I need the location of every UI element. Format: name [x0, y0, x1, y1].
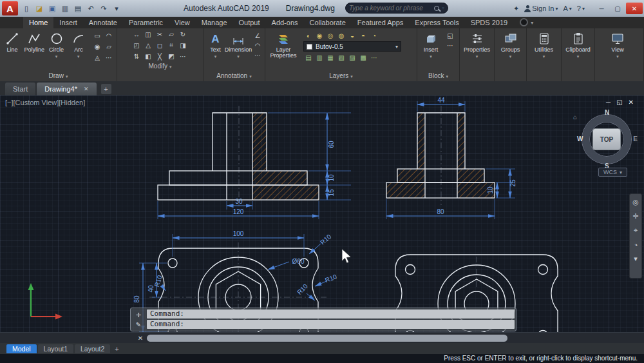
tool-icon[interactable]: ▣ [46, 3, 58, 14]
tool-icon[interactable]: ▯ [21, 3, 32, 14]
tab-view[interactable]: View [169, 17, 196, 28]
tool-icon[interactable]: ∠ [252, 31, 263, 40]
tool-icon[interactable]: ◰ [131, 41, 142, 50]
tool-icon[interactable]: ✛ [133, 311, 144, 319]
tab-express-tools[interactable]: Express Tools [409, 17, 464, 28]
tool-icon[interactable]: ▦ [325, 53, 336, 62]
annotation-panel-label[interactable]: Annotation▾ [204, 72, 265, 81]
tool-icon[interactable]: ▾ [111, 3, 122, 14]
search-caret-icon[interactable]: ▾ [442, 5, 444, 11]
insert-tool[interactable]: Insert ▾ [419, 31, 442, 59]
layer-dropdown[interactable]: Butov-0.5 ▾ [303, 41, 401, 52]
tool-icon[interactable]: ◱ [445, 31, 455, 40]
horizontal-scrollbar-thumb[interactable] [147, 335, 507, 342]
layer-dropdown-caret-icon[interactable]: ▾ [395, 44, 398, 50]
drawing-minimize-icon[interactable]: ─ [606, 99, 611, 106]
command-window-grip[interactable]: ✛✎ [132, 309, 145, 329]
polyline-tool[interactable]: Polyline [24, 31, 44, 53]
tool-icon[interactable]: ◒ [347, 31, 357, 40]
tool-icon[interactable]: ✕ [135, 333, 146, 342]
tool-icon[interactable]: ▾ [631, 255, 640, 263]
add-layout-button[interactable]: + [115, 345, 118, 353]
tool-icon[interactable]: ◩ [166, 52, 176, 61]
tool-icon[interactable]: ✛ [631, 212, 640, 221]
tab-annotate[interactable]: Annotate [83, 17, 123, 28]
viewcube-home-icon[interactable]: ⌂ [573, 113, 577, 121]
line-tool[interactable]: Line [2, 31, 23, 53]
tool-icon[interactable]: ◎ [631, 198, 640, 206]
circle-caret-icon[interactable]: ▾ [55, 54, 58, 59]
tool-icon[interactable]: ◫ [143, 30, 153, 39]
tool-icon[interactable]: ↔ [131, 30, 142, 39]
close-button[interactable]: ✕ [626, 3, 643, 14]
tool-icon[interactable]: ◐ [303, 31, 314, 40]
properties-button[interactable]: Properties ▾ [462, 31, 492, 59]
drawing-restore-icon[interactable]: ◱ [616, 99, 622, 106]
dimension-tool[interactable]: Dimension ▾ [227, 31, 250, 59]
tab-manage[interactable]: Manage [196, 17, 233, 28]
text-tool[interactable]: A Text ▾ [205, 31, 225, 59]
viewport-controls-label[interactable]: [−][Custom View][Hidden] [5, 99, 85, 106]
tool-icon[interactable]: ◔ [631, 240, 640, 249]
tool-icon[interactable]: ◉ [92, 42, 102, 51]
tool-icon[interactable]: ◉ [314, 31, 325, 40]
tab-featured-apps[interactable]: Featured Apps [352, 17, 410, 28]
tool-icon[interactable]: △ [143, 41, 153, 50]
wcs-selector[interactable]: WCS ▾ [598, 168, 627, 177]
tool-icon[interactable]: ↷ [98, 3, 109, 14]
navigation-bar[interactable]: ◎✛⌖◔▾ [629, 193, 642, 279]
tab-output[interactable]: Output [233, 17, 266, 28]
tool-icon[interactable]: ▤ [72, 3, 84, 14]
tool-icon[interactable]: ◎ [325, 31, 336, 40]
clipboard-button[interactable]: Clipboard ▾ [564, 31, 592, 59]
tool-icon[interactable]: ▧ [336, 53, 346, 62]
model-tab[interactable]: Model [6, 344, 37, 353]
tool-icon[interactable]: ◻ [155, 41, 165, 50]
file-tab-start[interactable]: Start [5, 83, 35, 95]
modify-panel-label[interactable]: Modify▾ [117, 62, 203, 72]
tool-icon[interactable]: ↻ [178, 30, 188, 39]
tool-icon[interactable]: ↶ [85, 3, 97, 14]
tab-parametric[interactable]: Parametric [123, 17, 169, 28]
tool-icon[interactable]: ◔ [369, 31, 379, 40]
layout2-tab[interactable]: Layout2 [75, 344, 110, 353]
tool-icon[interactable]: ⋯ [445, 41, 455, 50]
tool-icon[interactable]: ▱ [104, 42, 114, 51]
dimension-caret-icon[interactable]: ▾ [237, 54, 240, 59]
search-icon[interactable] [434, 6, 439, 11]
tool-icon[interactable]: ▥ [59, 3, 71, 14]
tab-add-ons[interactable]: Add-ons [266, 17, 304, 28]
tool-icon[interactable]: ╳ [155, 52, 165, 61]
tab-home[interactable]: Home [23, 17, 53, 28]
maximize-button[interactable]: ▢ [610, 3, 625, 14]
tool-icon[interactable]: ⌖ [631, 226, 640, 235]
tool-icon[interactable]: ⋯ [104, 53, 114, 62]
viewcube-north[interactable]: N [605, 109, 609, 116]
tool-icon[interactable]: ◧ [143, 52, 153, 61]
drawing4-tab-close-icon[interactable]: ✕ [84, 86, 89, 92]
text-caret-icon[interactable]: ▾ [214, 54, 217, 59]
help-button[interactable]: ? ▾ [577, 5, 585, 12]
file-tab-drawing4[interactable]: Drawing4* ✕ [37, 83, 96, 95]
tool-icon[interactable]: ◪ [33, 3, 45, 14]
tool-icon[interactable]: ⌗ [166, 41, 176, 50]
tab-insert[interactable]: Insert [53, 17, 83, 28]
tool-icon[interactable]: ◨ [178, 41, 188, 50]
tool-icon[interactable]: ⋯ [252, 50, 263, 59]
tool-icon[interactable]: ▭ [92, 31, 102, 40]
tool-icon[interactable]: ▱ [166, 30, 176, 39]
tool-icon[interactable]: ▥ [314, 53, 325, 62]
view-button[interactable]: View ▾ [603, 31, 632, 59]
arc-tool[interactable]: Arc ▾ [68, 31, 89, 59]
help-search[interactable]: ▾ [345, 3, 448, 14]
minimize-button[interactable]: ─ [594, 3, 609, 14]
layers-panel-label[interactable]: Layers▾ [265, 72, 417, 81]
circle-tool[interactable]: Circle ▾ [46, 31, 67, 59]
drawing-close-icon[interactable]: ✕ [629, 99, 634, 106]
model-space-viewport[interactable]: [−][Custom View][Hidden] ─ ◱ ✕ [0, 95, 644, 343]
arc-caret-icon[interactable]: ▾ [77, 54, 80, 59]
tool-icon[interactable]: ◬ [92, 53, 102, 62]
favorites-icon[interactable]: ✦ [513, 5, 519, 13]
command-input-line[interactable]: Command: [147, 320, 515, 329]
search-input[interactable] [349, 5, 431, 12]
